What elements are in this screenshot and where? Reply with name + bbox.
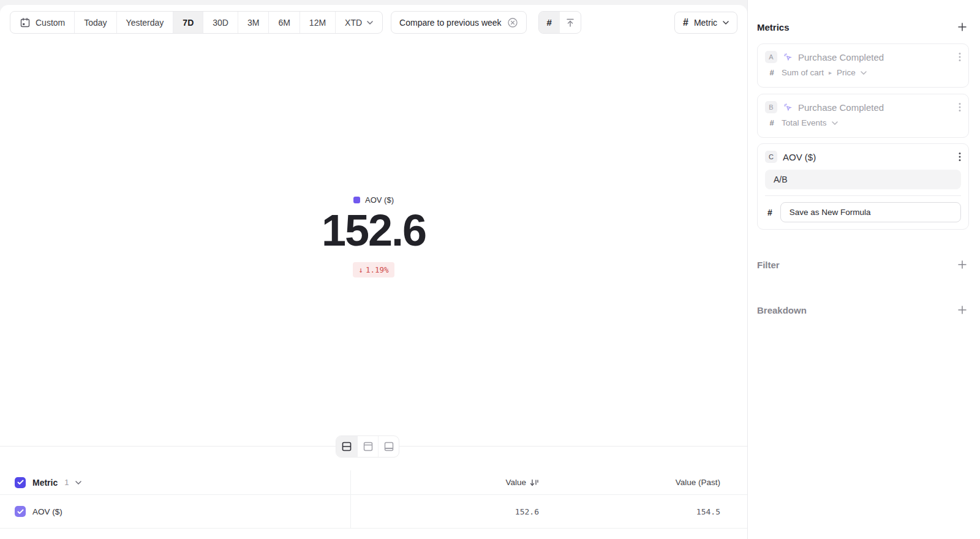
metric-measure-selector[interactable]: # Total Events <box>765 118 961 127</box>
add-breakdown-button[interactable] <box>956 303 969 317</box>
metric-badge-c: C <box>765 151 777 163</box>
circle-x-icon[interactable] <box>507 17 518 28</box>
metric-event-name: Purchase Completed <box>798 102 953 113</box>
kebab-menu-icon[interactable] <box>959 102 961 112</box>
kebab-menu-icon[interactable] <box>959 152 961 162</box>
breakdown-title: Breakdown <box>757 305 807 315</box>
metric-count: 1 <box>64 478 69 487</box>
metrics-section-header: Metrics <box>757 20 969 34</box>
kpi-change-value: 1.19% <box>366 265 389 274</box>
table-header-row: Metric 1 Value Value <box>0 470 747 495</box>
hash-icon: # <box>546 17 551 28</box>
date-range-12m[interactable]: 12M <box>300 12 335 33</box>
hash-icon: # <box>765 208 772 217</box>
date-range-3m[interactable]: 3M <box>238 12 268 33</box>
filter-title: Filter <box>757 260 780 270</box>
value-mode-toggle: # <box>538 11 581 34</box>
date-range-xtd[interactable]: XTD <box>335 12 382 33</box>
metric-button-label: Metric <box>694 18 717 28</box>
breadcrumb-separator-icon: ▸ <box>829 69 832 76</box>
add-filter-button[interactable] <box>956 258 969 271</box>
chevron-down-icon <box>861 71 867 75</box>
kpi-legend: AOV ($) <box>353 195 394 205</box>
card-divider <box>765 195 961 196</box>
select-all-checkbox[interactable] <box>15 477 26 488</box>
kpi-block: AOV ($) 152.6 ↓ 1.19% <box>0 195 747 277</box>
date-range-7d[interactable]: 7D <box>173 12 203 33</box>
goal-mode-button[interactable] <box>560 12 581 33</box>
hash-icon: # <box>767 118 777 127</box>
row-value-past: 154.5 <box>696 507 720 516</box>
results-table: Metric 1 Value Value <box>0 470 747 529</box>
date-range-30d[interactable]: 30D <box>203 12 238 33</box>
row-value: 152.6 <box>515 507 539 516</box>
event-spark-icon <box>783 52 793 62</box>
date-range-yesterday[interactable]: Yesterday <box>116 12 173 33</box>
layout-toggle <box>336 435 399 458</box>
row-checkbox[interactable] <box>15 506 26 517</box>
compare-chip-label: Compare to previous week <box>399 18 502 28</box>
sort-descending-icon <box>530 478 539 487</box>
report-toolbar: Custom Today Yesterday 7D 30D 3M 6M 12M … <box>10 11 737 34</box>
value-column-header[interactable]: Value <box>351 478 539 487</box>
goal-arrow-icon <box>565 18 575 28</box>
value-past-column-header[interactable]: Value (Past) <box>539 478 720 487</box>
hash-icon: # <box>683 17 688 28</box>
save-as-new-formula-button[interactable]: Save as New Formula <box>780 202 961 222</box>
date-range-today[interactable]: Today <box>74 12 116 33</box>
formula-text: A/B <box>774 175 788 184</box>
formula-input[interactable]: A/B <box>765 170 961 189</box>
metric-dropdown-button[interactable]: # Metric <box>674 12 737 34</box>
query-builder-sidebar: Metrics A Purchase Completed # Su <box>747 0 980 539</box>
date-range-6m[interactable]: 6M <box>268 12 299 33</box>
split-view-icon <box>341 441 352 452</box>
date-range-custom[interactable]: Custom <box>10 12 74 33</box>
report-canvas: Custom Today Yesterday 7D 30D 3M 6M 12M … <box>0 5 747 539</box>
date-range-label: Custom <box>36 18 65 28</box>
arrow-down-icon: ↓ <box>358 265 363 274</box>
chevron-down-icon <box>832 121 838 125</box>
metric-measure-selector[interactable]: # Sum of cart ▸ Price <box>765 68 961 77</box>
top-panel-icon <box>363 441 374 452</box>
chevron-down-icon <box>723 21 729 24</box>
number-mode-button[interactable]: # <box>539 12 560 33</box>
row-metric-name: AOV ($) <box>32 507 62 516</box>
top-panel-button[interactable] <box>357 436 378 457</box>
kpi-value: 152.6 <box>0 208 747 252</box>
metric-event-name: Purchase Completed <box>798 52 953 62</box>
breakdown-section-header: Breakdown <box>757 303 969 317</box>
date-range-picker: Custom Today Yesterday 7D 30D 3M 6M 12M … <box>10 11 383 34</box>
metric-column-header: Metric <box>32 478 58 488</box>
split-view-button[interactable] <box>336 436 357 457</box>
chevron-down-icon <box>367 21 373 24</box>
metrics-title: Metrics <box>757 22 790 32</box>
table-row: AOV ($) 152.6 154.5 <box>0 495 747 529</box>
calendar-icon <box>20 17 31 28</box>
analytics-page: Custom Today Yesterday 7D 30D 3M 6M 12M … <box>0 0 980 539</box>
add-metric-button[interactable] <box>956 20 969 34</box>
kpi-change-badge: ↓ 1.19% <box>353 262 394 277</box>
metric-card-a[interactable]: A Purchase Completed # Sum of cart ▸ Pri… <box>757 43 969 88</box>
chevron-down-icon[interactable] <box>75 481 81 484</box>
metric-card-c[interactable]: C AOV ($) A/B # Save as New Formula <box>757 143 969 230</box>
measure-property: Price <box>837 68 856 77</box>
legend-label: AOV ($) <box>365 195 394 205</box>
measure-label: Sum of cart <box>782 68 824 77</box>
bottom-panel-button[interactable] <box>378 436 399 457</box>
bottom-panel-icon <box>383 441 394 452</box>
filter-section-header: Filter <box>757 258 969 271</box>
metric-card-b[interactable]: B Purchase Completed # Total Events <box>757 94 969 138</box>
hash-icon: # <box>767 68 777 77</box>
kebab-menu-icon[interactable] <box>959 52 961 62</box>
event-spark-icon <box>783 102 793 112</box>
legend-swatch <box>353 197 360 203</box>
measure-label: Total Events <box>782 118 827 127</box>
metric-badge-a: A <box>765 51 777 63</box>
metric-badge-b: B <box>765 101 777 113</box>
formula-metric-name: AOV ($) <box>783 152 953 162</box>
compare-chip[interactable]: Compare to previous week <box>391 11 527 34</box>
